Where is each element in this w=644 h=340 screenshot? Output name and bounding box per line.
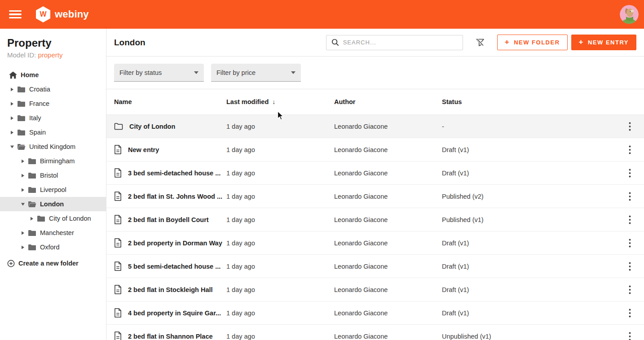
document-icon	[114, 168, 122, 178]
row-author-cell: Leonardo Giacone	[334, 193, 442, 200]
sidebar-folder-item[interactable]: Spain	[0, 125, 106, 139]
webiny-logo[interactable]: W webiny	[36, 6, 89, 22]
sidebar-folder-item[interactable]: United Kingdom	[0, 139, 106, 154]
model-id-line: Model ID: property	[7, 51, 99, 59]
entry-name: City of London	[129, 123, 175, 130]
folder-label: Liverpool	[40, 186, 66, 193]
plus-icon: +	[505, 38, 510, 47]
row-author-cell: Leonardo Giacone	[334, 240, 442, 247]
model-id-link[interactable]: property	[38, 51, 62, 59]
folder-label: Birmingham	[40, 157, 75, 165]
filter-select[interactable]: Filter by status	[114, 64, 204, 82]
document-icon	[114, 215, 122, 224]
expand-caret-icon[interactable]	[20, 245, 26, 249]
table-row[interactable]: 4 bed property in Squire Gar... 1 day ag…	[106, 301, 644, 325]
expand-caret-icon[interactable]	[20, 231, 26, 235]
row-author-cell: Leonardo Giacone	[334, 333, 442, 340]
entry-name: 5 bed semi-detached house ...	[128, 263, 221, 270]
column-header-status[interactable]: Status	[442, 98, 624, 105]
sort-desc-icon[interactable]: ↓	[272, 98, 275, 105]
create-folder-label: Create a new folder	[18, 260, 79, 267]
page-title: London	[114, 38, 146, 48]
table-row[interactable]: New entry 1 day ago Leonardo Giacone Dra…	[106, 138, 644, 161]
folder-closed-icon	[17, 129, 26, 136]
sidebar-folder-item[interactable]: France	[0, 96, 106, 111]
sidebar-folder-item[interactable]: Oxford	[0, 240, 106, 254]
table-row[interactable]: 2 bed flat in Shannon Place 1 day ago Le…	[106, 325, 644, 340]
new-folder-button[interactable]: + NEW FOLDER	[497, 35, 568, 50]
row-actions-kebab-icon[interactable]	[625, 191, 635, 202]
row-author-cell: Leonardo Giacone	[334, 286, 442, 293]
document-icon	[114, 238, 122, 248]
search-box[interactable]	[326, 35, 463, 50]
row-status-cell: -	[442, 123, 624, 130]
hamburger-menu-icon[interactable]	[9, 10, 22, 18]
sidebar-folder-item[interactable]: Bristol	[0, 168, 106, 183]
expand-caret-icon[interactable]	[9, 116, 15, 120]
expand-caret-icon[interactable]	[20, 202, 26, 206]
new-entry-button[interactable]: + NEW ENTRY	[571, 35, 636, 50]
entry-name: New entry	[128, 146, 159, 153]
row-author-cell: Leonardo Giacone	[334, 309, 442, 317]
row-status-cell: Draft (v1)	[442, 309, 624, 317]
row-actions-kebab-icon[interactable]	[625, 307, 635, 319]
row-name-cell: 2 bed flat in Boydell Court	[114, 215, 226, 224]
content-header: London + NEW FOLDER	[106, 29, 644, 57]
row-name-cell: 2 bed flat in Stockleigh Hall	[114, 285, 226, 294]
row-actions-kebab-icon[interactable]	[625, 284, 635, 296]
entry-name: 2 bed flat in Boydell Court	[128, 216, 209, 223]
expand-caret-icon[interactable]	[29, 217, 35, 221]
filter-select[interactable]: Filter by price	[211, 64, 301, 82]
folder-label: Spain	[29, 129, 46, 136]
create-folder-button[interactable]: Create a new folder	[0, 255, 106, 271]
row-name-cell: 2 bed property in Dorman Way	[114, 238, 226, 248]
sidebar-folder-item[interactable]: Italy	[0, 111, 106, 125]
sidebar-folder-item[interactable]: Manchester	[0, 226, 106, 240]
expand-caret-icon[interactable]	[9, 131, 15, 135]
sidebar-folder-item[interactable]: Croatia	[0, 82, 106, 96]
table-row[interactable]: City of London 1 day ago Leonardo Giacon…	[106, 115, 644, 138]
table-row[interactable]: 5 bed semi-detached house ... 1 day ago …	[106, 255, 644, 278]
row-author-cell: Leonardo Giacone	[334, 123, 442, 130]
sidebar-folder-item[interactable]: City of London	[0, 211, 106, 226]
row-actions-kebab-icon[interactable]	[625, 214, 635, 226]
expand-caret-icon[interactable]	[20, 159, 26, 163]
row-author-cell: Leonardo Giacone	[334, 216, 442, 223]
column-header-last-modified[interactable]: Last modified↓	[226, 98, 334, 105]
table-row[interactable]: 2 bed flat in Boydell Court 1 day ago Le…	[106, 208, 644, 231]
folder-closed-icon	[17, 86, 26, 93]
expand-caret-icon[interactable]	[9, 145, 15, 149]
row-actions-kebab-icon[interactable]	[625, 144, 635, 156]
sidebar-item-home[interactable]: Home	[0, 68, 106, 82]
filter-select-label: Filter by price	[216, 69, 256, 76]
filter-select-label: Filter by status	[119, 69, 162, 76]
table-row[interactable]: 2 bed flat in St. Johns Wood ... 1 day a…	[106, 185, 644, 208]
row-actions-kebab-icon[interactable]	[625, 261, 635, 272]
expand-caret-icon[interactable]	[20, 188, 26, 192]
chevron-down-icon	[291, 71, 296, 74]
entry-name: 2 bed flat in Stockleigh Hall	[128, 286, 213, 293]
sidebar-folder-item[interactable]: Birmingham	[0, 154, 106, 168]
filter-toggle-icon[interactable]	[475, 37, 485, 48]
search-icon	[331, 38, 340, 47]
column-header-author[interactable]: Author	[334, 98, 442, 105]
app-screen: W webiny Property Model ID: property	[0, 0, 644, 340]
table-row[interactable]: 2 bed flat in Stockleigh Hall 1 day ago …	[106, 278, 644, 301]
expand-caret-icon[interactable]	[20, 174, 26, 178]
row-actions-kebab-icon[interactable]	[625, 237, 635, 249]
table-row[interactable]: 2 bed property in Dorman Way 1 day ago L…	[106, 231, 644, 255]
sidebar-folder-item[interactable]: Liverpool	[0, 183, 106, 197]
avatar-dog-image	[620, 5, 639, 24]
user-avatar[interactable]	[620, 5, 639, 24]
expand-caret-icon[interactable]	[9, 102, 15, 106]
table-row[interactable]: 3 bed semi-detached house ... 1 day ago …	[106, 161, 644, 185]
expand-caret-icon[interactable]	[9, 87, 15, 92]
row-actions-kebab-icon[interactable]	[625, 331, 635, 340]
column-header-name[interactable]: Name	[114, 98, 226, 105]
sidebar-folder-item[interactable]: London	[0, 197, 106, 211]
search-input[interactable]	[343, 39, 458, 46]
row-actions-kebab-icon[interactable]	[625, 167, 635, 179]
row-actions-kebab-icon[interactable]	[625, 121, 635, 132]
new-entry-label: NEW ENTRY	[588, 39, 629, 46]
row-status-cell: Draft (v1)	[442, 240, 624, 247]
